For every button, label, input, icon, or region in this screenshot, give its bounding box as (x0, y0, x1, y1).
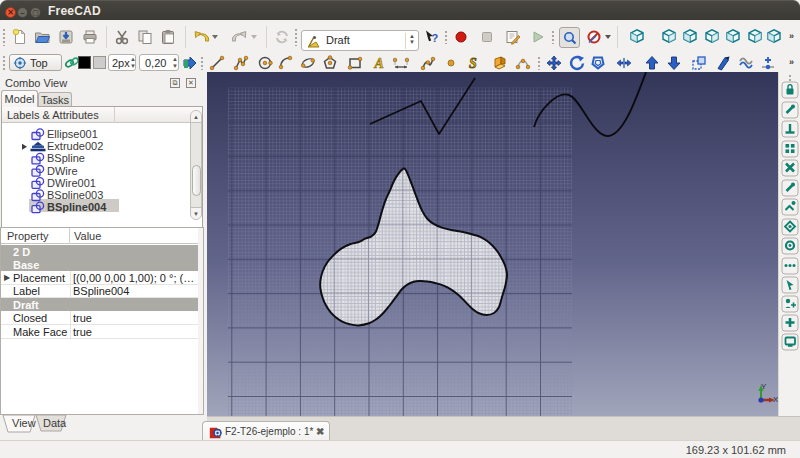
svg-text:?: ? (432, 32, 439, 44)
svg-text:S: S (469, 56, 477, 71)
svg-text:A: A (374, 56, 384, 71)
svg-text:Data: Data (43, 417, 67, 429)
svg-text:View: View (12, 417, 36, 429)
svg-text:Y: Y (761, 382, 767, 391)
